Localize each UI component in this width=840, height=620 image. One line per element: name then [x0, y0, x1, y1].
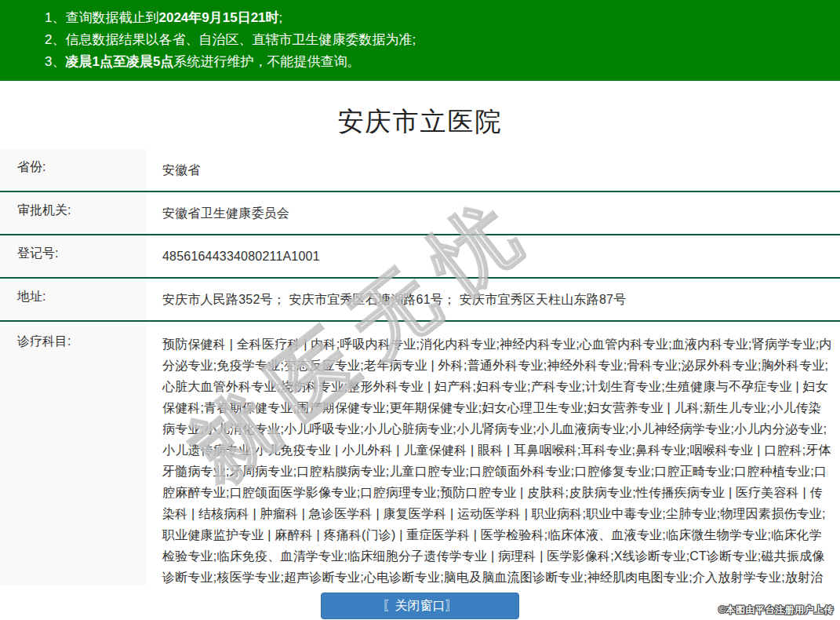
- registration-number-label: 登记号:: [0, 235, 147, 277]
- bottom-bar: 〖关闭窗口〗 ©本图由平台注册用户上传: [0, 585, 840, 620]
- address-label: 地址:: [0, 279, 147, 320]
- query-result-page: 1、查询数据截止到2024年9月15日21时; 2、信息数据结果以各省、自治区、…: [0, 0, 840, 620]
- upload-credit-text: ©本图由平台注册用户上传: [718, 604, 834, 617]
- hospital-name-title: 安庆市立医院: [0, 105, 840, 138]
- table-row-address: 地址: 安庆市人民路352号； 安庆市宜秀区石塘湖路61号； 安庆市宜秀区天柱山…: [0, 279, 840, 322]
- notice-3-num: 3、: [45, 54, 65, 69]
- notice-1-text: 查询数据截止到: [65, 10, 158, 25]
- medical-departments-value: 预防保健科 | 全科医疗科 | 内科;呼吸内科专业;消化内科专业;神经内科专业;…: [147, 322, 840, 619]
- address-value: 安庆市人民路352号； 安庆市宜秀区石塘湖路61号； 安庆市宜秀区天柱山东路87…: [147, 279, 840, 320]
- medical-departments-label: 诊疗科目:: [0, 322, 147, 619]
- notice-3-post: 系统进行维护，不能提供查询。: [173, 54, 360, 69]
- notice-line-1: 1、查询数据截止到2024年9月15日21时;: [45, 7, 824, 29]
- province-value: 安徽省: [147, 149, 840, 191]
- table-row-province: 省份: 安徽省: [0, 149, 840, 192]
- registration-number-value: 48561644334080211A1001: [147, 235, 840, 277]
- province-label: 省份:: [0, 149, 147, 191]
- approval-authority-value: 安徽省卫生健康委员会: [147, 192, 840, 234]
- notice-2-num: 2、: [45, 32, 65, 47]
- table-row-medical-departments: 诊疗科目: 预防保健科 | 全科医疗科 | 内科;呼吸内科专业;消化内科专业;神…: [0, 322, 840, 619]
- notice-line-3: 3、凌晨1点至凌晨5点系统进行维护，不能提供查询。: [45, 51, 824, 73]
- notice-2-text: 信息数据结果以各省、自治区、直辖市卫生健康委数据为准;: [65, 32, 416, 47]
- notice-1-num: 1、: [45, 10, 65, 25]
- notice-line-2: 2、信息数据结果以各省、自治区、直辖市卫生健康委数据为准;: [45, 29, 824, 51]
- notice-3-bold: 凌晨1点至凌晨5点: [65, 54, 173, 69]
- notice-banner: 1、查询数据截止到2024年9月15日21时; 2、信息数据结果以各省、自治区、…: [0, 0, 840, 81]
- close-window-button[interactable]: 〖关闭窗口〗: [321, 593, 519, 619]
- approval-authority-label: 审批机关:: [0, 192, 147, 234]
- notice-1-post: ;: [279, 10, 283, 25]
- hospital-info-table: 省份: 安徽省 审批机关: 安徽省卫生健康委员会 登记号: 4856164433…: [0, 149, 840, 619]
- table-row-approval-authority: 审批机关: 安徽省卫生健康委员会: [0, 192, 840, 235]
- notice-1-bold: 2024年9月15日21时: [158, 10, 278, 25]
- table-row-registration-number: 登记号: 48561644334080211A1001: [0, 235, 840, 279]
